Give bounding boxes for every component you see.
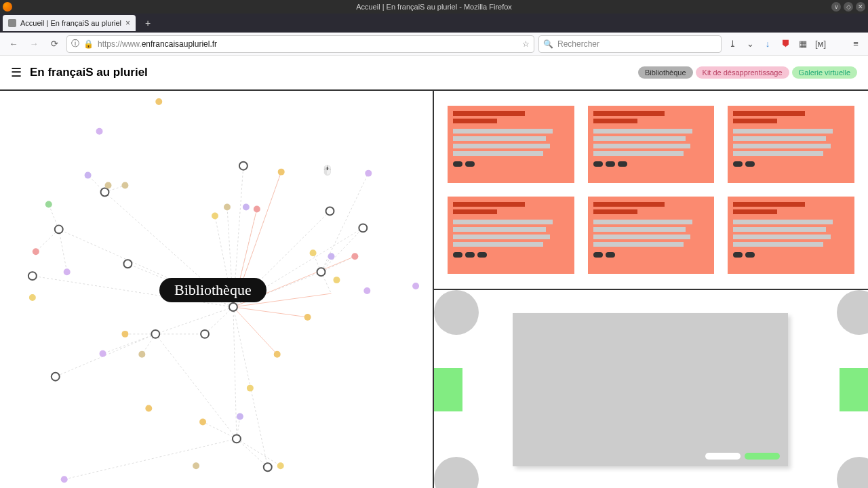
reload-button[interactable]: ⟳ [46, 36, 62, 52]
gallery-accent [840, 368, 868, 411]
svg-point-7 [45, 201, 52, 207]
browser-tabbar: Accueil | En françaiS au pluriel × + [0, 14, 868, 33]
site-header: ☰ En françaiS au pluriel Bibliothèque Ki… [0, 56, 868, 91]
svg-point-30 [100, 350, 106, 357]
ublock-icon[interactable]: ⛊ [778, 37, 792, 51]
graph-center-label[interactable]: Bibliothèque [159, 278, 267, 302]
browser-tab[interactable]: Accueil | En françaiS au pluriel × [3, 15, 136, 31]
tab-favicon [8, 19, 16, 27]
modal-cancel-button[interactable] [705, 453, 741, 460]
svg-point-4 [105, 182, 112, 189]
svg-point-32 [29, 294, 36, 301]
info-icon[interactable]: ⓘ [71, 38, 79, 49]
svg-point-31 [52, 373, 60, 381]
svg-point-3 [85, 172, 92, 179]
svg-point-20 [254, 205, 260, 212]
svg-point-19 [243, 203, 250, 210]
svg-point-36 [304, 314, 311, 321]
svg-point-22 [328, 253, 334, 260]
svg-point-39 [264, 463, 272, 471]
svg-point-35 [333, 277, 340, 283]
gallery-thumb[interactable] [434, 290, 479, 335]
svg-point-16 [365, 170, 372, 177]
hamburger-icon[interactable]: ☰ [11, 65, 22, 80]
minimize-button[interactable]: ∨ [831, 2, 841, 12]
svg-point-17 [224, 203, 231, 210]
svg-point-25 [229, 303, 237, 311]
close-button[interactable]: ✕ [856, 2, 865, 12]
library-card[interactable] [728, 197, 854, 274]
browser-toolbar: ← → ⟳ ⓘ 🔒 https://www.enfrancaisauplurie… [0, 33, 868, 56]
svg-point-21 [310, 249, 317, 256]
svg-point-23 [351, 253, 358, 260]
svg-point-41 [237, 413, 243, 420]
svg-point-14 [326, 207, 334, 215]
svg-point-0 [155, 98, 162, 105]
gallery-modal [513, 313, 788, 466]
svg-point-5 [121, 182, 128, 189]
library-cards-grid [434, 91, 868, 289]
url-bar[interactable]: ⓘ 🔒 https://www.enfrancaisaupluriel.fr ☆ [66, 35, 534, 53]
forward-button[interactable]: → [26, 36, 42, 52]
svg-point-44 [61, 476, 68, 483]
tab-label: Accueil | En françaiS au pluriel [20, 19, 121, 27]
menu-button[interactable]: ≡ [849, 37, 863, 51]
maximize-button[interactable]: ◇ [844, 2, 853, 12]
svg-point-26 [201, 330, 209, 338]
gallery-thumb[interactable] [837, 290, 868, 335]
svg-point-33 [412, 283, 419, 289]
gallery-accent [434, 368, 462, 411]
gallery-thumb[interactable] [837, 457, 868, 488]
svg-point-11 [123, 260, 132, 268]
library-card[interactable] [728, 106, 854, 183]
downloads-icon[interactable]: ↓ [761, 37, 774, 51]
svg-point-9 [64, 268, 71, 275]
download-icon[interactable]: ⤓ [726, 37, 739, 51]
extension-icon-3[interactable] [831, 37, 845, 51]
svg-point-10 [28, 272, 37, 280]
firefox-icon [3, 2, 12, 12]
graph-pane[interactable]: Bibliothèque 🖱️ [0, 91, 434, 488]
svg-point-8 [33, 248, 39, 255]
back-button[interactable]: ← [5, 36, 22, 52]
svg-point-24 [317, 268, 326, 276]
nav-bibliotheque[interactable]: Bibliothèque [638, 66, 693, 79]
svg-point-6 [55, 225, 63, 233]
library-card[interactable] [588, 106, 715, 183]
svg-point-37 [274, 351, 281, 358]
nav-galerie[interactable]: Galerie virtuelle [792, 66, 857, 79]
library-card[interactable] [448, 106, 574, 183]
extension-icon-1[interactable]: ▦ [796, 37, 810, 51]
svg-point-45 [247, 385, 254, 392]
modal-confirm-button[interactable] [745, 453, 780, 460]
lock-icon: 🔒 [83, 39, 94, 49]
library-card[interactable] [448, 197, 574, 274]
pocket-icon[interactable]: ⌄ [743, 37, 757, 51]
svg-point-46 [145, 405, 152, 412]
svg-point-38 [233, 434, 241, 443]
search-icon: 🔍 [543, 39, 553, 49]
gallery-pane [434, 289, 868, 488]
site-title[interactable]: En françaiS au pluriel [30, 66, 148, 79]
svg-point-43 [193, 462, 199, 469]
svg-point-27 [151, 330, 159, 338]
svg-point-12 [239, 162, 248, 170]
gallery-thumb[interactable] [434, 457, 479, 488]
search-bar[interactable]: 🔍 Rechercher [538, 35, 722, 53]
svg-point-2 [101, 188, 109, 197]
url-text: https://www.enfrancaisaupluriel.fr [98, 39, 518, 49]
svg-point-42 [277, 462, 284, 469]
svg-point-1 [96, 128, 103, 135]
svg-point-15 [359, 224, 367, 232]
new-tab-button[interactable]: + [140, 15, 156, 31]
library-card[interactable] [588, 197, 715, 274]
extension-icon-2[interactable]: [м] [814, 37, 827, 51]
nav-kit[interactable]: Kit de désapprentissage [696, 66, 789, 79]
tab-close-icon[interactable]: × [125, 18, 130, 28]
svg-point-18 [212, 212, 218, 219]
window-title: Accueil | En françaiS au pluriel - Mozil… [356, 3, 512, 11]
bookmark-star-icon[interactable]: ☆ [522, 39, 530, 49]
svg-point-28 [121, 331, 128, 338]
svg-point-40 [199, 418, 206, 425]
os-titlebar: Accueil | En françaiS au pluriel - Mozil… [0, 0, 868, 14]
